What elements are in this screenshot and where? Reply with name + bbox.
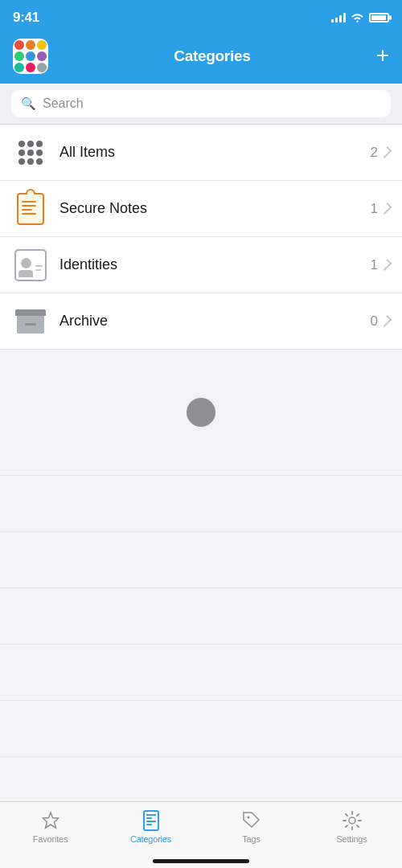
empty-row [0, 701, 402, 757]
status-bar: 9:41 [0, 0, 402, 35]
favorites-tab-icon [40, 810, 61, 831]
add-button[interactable]: + [376, 44, 389, 68]
archive-icon [13, 304, 48, 339]
tab-label: Categories [130, 834, 171, 844]
home-indicator [153, 859, 249, 863]
categories-tab-icon [141, 810, 162, 831]
category-count: 0 [371, 313, 378, 330]
search-field[interactable]: 🔍 Search [11, 90, 391, 117]
nav-bar: Categories + [0, 35, 402, 84]
chevron-right-icon [380, 315, 392, 327]
tab-label: Favorites [33, 834, 68, 844]
search-icon: 🔍 [21, 96, 36, 111]
tab-settings[interactable]: Settings [302, 810, 402, 844]
category-label: Secure Notes [59, 200, 371, 217]
battery-icon [369, 13, 389, 23]
chevron-right-icon [380, 259, 392, 271]
empty-row [0, 588, 402, 645]
tab-tags[interactable]: Tags [201, 810, 302, 844]
empty-row [0, 532, 402, 588]
tab-bar: Favorites Categories Tags [0, 801, 402, 868]
category-label: Archive [59, 313, 371, 330]
wifi-icon [351, 13, 364, 23]
categories-list: All Items 2 Secure Notes 1 [0, 125, 402, 350]
search-bar: 🔍 Search [0, 84, 402, 125]
loading-spinner [187, 398, 215, 427]
search-placeholder: Search [43, 96, 84, 111]
list-item[interactable]: Archive 0 [0, 293, 402, 350]
category-label: Identities [59, 256, 371, 273]
category-count: 2 [371, 145, 378, 161]
list-item[interactable]: Secure Notes 1 [0, 181, 402, 237]
app-logo-area [13, 39, 48, 74]
all-items-icon [13, 135, 48, 170]
empty-row [0, 476, 402, 532]
identities-icon [13, 248, 48, 283]
tab-categories[interactable]: Categories [100, 810, 201, 844]
tags-tab-icon [241, 810, 262, 831]
chevron-right-icon [380, 146, 392, 158]
list-item[interactable]: Identities 1 [0, 237, 402, 293]
tab-label: Settings [336, 834, 367, 844]
settings-tab-icon [342, 810, 363, 831]
loading-spinner-row [0, 350, 402, 476]
app-logo [13, 39, 48, 74]
category-label: All Items [59, 144, 371, 161]
svg-point-0 [247, 817, 249, 819]
category-count: 1 [371, 201, 378, 217]
empty-row [0, 645, 402, 701]
status-time: 9:41 [13, 10, 39, 26]
signal-icon [331, 13, 346, 23]
tab-favorites[interactable]: Favorites [0, 810, 100, 844]
category-count: 1 [371, 257, 378, 273]
content-area [0, 350, 402, 868]
secure-notes-icon [13, 191, 48, 227]
tab-label: Tags [242, 834, 260, 844]
chevron-right-icon [380, 203, 392, 215]
list-item[interactable]: All Items 2 [0, 125, 402, 181]
svg-point-1 [349, 817, 355, 824]
page-title: Categories [174, 47, 250, 65]
status-icons [331, 13, 389, 23]
